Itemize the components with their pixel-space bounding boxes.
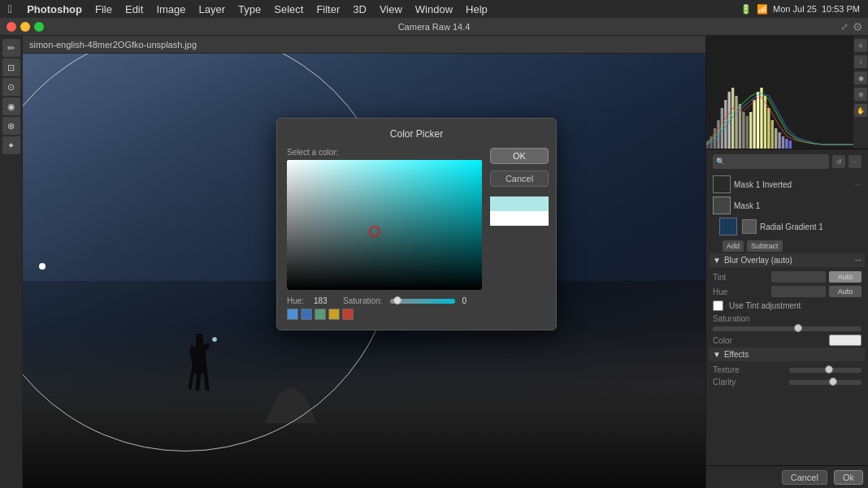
hue-saturation-row: Hue: 183 Saturation: 0 bbox=[287, 296, 482, 305]
swatch-blue[interactable] bbox=[287, 309, 298, 320]
gradient-dark-overlay bbox=[287, 160, 482, 290]
color-picker-ok-button[interactable]: OK bbox=[490, 148, 549, 164]
color-preview bbox=[490, 196, 549, 226]
color-picker-body: Select a color: Hue: 183 Saturation: 0 bbox=[287, 148, 546, 320]
color-picker-right: OK Cancel bbox=[490, 148, 549, 320]
saturation-slider-cp[interactable] bbox=[390, 299, 455, 304]
color-preview-new bbox=[490, 196, 549, 211]
color-picker-left: Select a color: Hue: 183 Saturation: 0 bbox=[287, 148, 482, 320]
color-picker-dialog: Color Picker Select a color: Hue: 183 Sa… bbox=[276, 118, 557, 330]
saturation-field-label: Saturation: bbox=[343, 296, 382, 305]
color-picker-cancel-button[interactable]: Cancel bbox=[490, 171, 549, 187]
swatch-yellow[interactable] bbox=[328, 309, 340, 320]
color-picker-overlay: Color Picker Select a color: Hue: 183 Sa… bbox=[0, 0, 868, 488]
select-color-label: Select a color: bbox=[287, 148, 482, 157]
hue-value-display[interactable]: 183 bbox=[314, 296, 336, 305]
swatch-darkblue[interactable] bbox=[301, 309, 312, 320]
hue-field-label: Hue: bbox=[287, 296, 307, 305]
swatch-green[interactable] bbox=[315, 309, 326, 320]
color-picker-title: Color Picker bbox=[287, 128, 546, 140]
swatch-red[interactable] bbox=[342, 309, 354, 320]
color-preview-old bbox=[490, 211, 549, 226]
saturation-slider-thumb bbox=[393, 296, 401, 304]
color-gradient-picker[interactable] bbox=[287, 160, 482, 290]
color-swatches-row bbox=[287, 309, 482, 320]
saturation-value-display[interactable]: 0 bbox=[462, 296, 475, 305]
